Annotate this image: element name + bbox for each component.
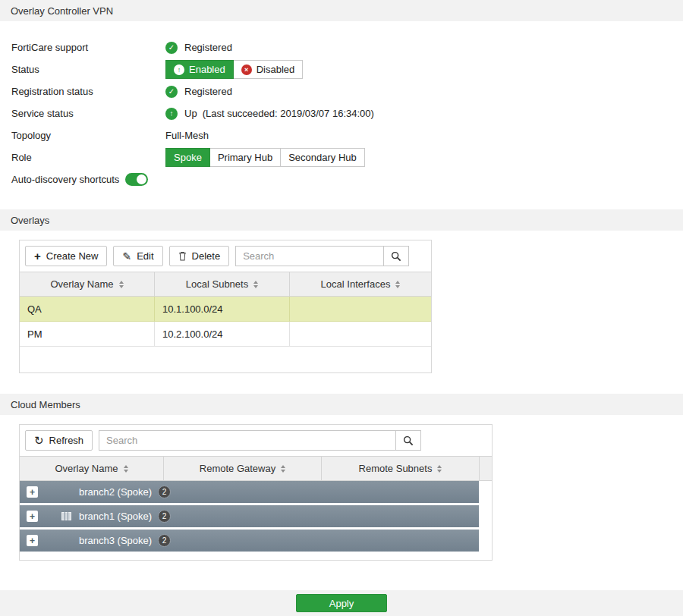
create-new-button[interactable]: + Create New [25,246,107,266]
member-name: branch1 (Spoke) [79,511,152,522]
member-name: branch3 (Spoke) [79,535,152,546]
service-status-detail: (Last succeeded: 2019/03/07 16:34:00) [203,108,374,119]
table-row[interactable]: PM 10.2.100.0/24 [20,322,431,347]
overlays-search-input[interactable] [235,246,384,266]
count-badge: 2 [158,510,171,523]
auto-discovery-toggle[interactable] [125,173,148,186]
up-arrow-circle-icon: ↑ [165,108,178,120]
cloud-members-toolbar: ↻ Refresh [20,425,492,456]
overlays-search-group [235,246,409,266]
overlays-table-header: Overlay Name Local Subnets Local Interfa… [20,272,431,297]
overlays-panel: + Create New ✎ Edit Delete Overlay Name [19,240,432,373]
sort-icon [281,465,285,473]
cloud-col-remote-subnets[interactable]: Remote Subnets [322,456,480,481]
forticare-support-value: Registered [184,42,232,53]
status-segmented-control: ↑ Enabled × Disabled [165,60,303,79]
cloud-members-table-header: Overlay Name Remote Gateway Remote Subne… [20,456,492,481]
auto-discovery-row: Auto-discovery shortcuts [11,168,683,190]
overlays-section-title: Overlays [11,215,49,226]
header-spacer-cell [480,456,492,481]
forticare-support-label: FortiCare support [11,42,165,53]
cloud-col-overlay-name[interactable]: Overlay Name [20,456,164,481]
cloud-members-section-title: Cloud Members [11,399,80,410]
overlays-col-local-subnets[interactable]: Local Subnets [155,272,290,297]
cloud-member-row[interactable]: + branch3 (Spoke) 2 [20,530,479,552]
expand-plus-icon[interactable]: + [27,486,38,498]
trash-icon [178,251,187,261]
status-label: Status [11,64,165,75]
service-status-row: Service status ↑ Up (Last succeeded: 201… [11,102,683,124]
member-name: branch2 (Spoke) [79,486,152,498]
auto-discovery-label: Auto-discovery shortcuts [11,174,119,185]
topology-label: Topology [11,130,165,141]
status-disabled-button[interactable]: × Disabled [233,60,304,79]
role-spoke-button[interactable]: Spoke [165,148,210,167]
page-title: Overlay Controller VPN [11,5,113,17]
local-interfaces-cell [290,322,431,347]
refresh-button[interactable]: ↻ Refresh [25,430,93,451]
table-row[interactable]: QA 10.1.100.0/24 [20,297,431,322]
cloud-member-row[interactable]: + branch1 (Spoke) 2 [20,505,479,527]
edit-button[interactable]: ✎ Edit [113,246,162,266]
cloud-members-section-bar: Cloud Members [0,394,683,415]
role-label: Role [11,152,165,163]
check-circle-icon: ✓ [165,86,178,98]
overlay-name-cell: PM [20,322,155,347]
status-enabled-label: Enabled [189,64,225,75]
search-icon [403,435,414,446]
overlays-search-button[interactable] [384,246,409,266]
topology-row: Topology Full-Mesh [11,124,683,146]
cloud-members-search-input[interactable] [99,430,396,451]
sort-icon [437,465,442,473]
delete-button[interactable]: Delete [169,246,230,266]
check-circle-icon: ✓ [165,42,178,54]
service-status-value: Up [184,108,197,119]
registration-status-row: Registration status ✓ Registered [11,80,683,102]
status-disabled-label: Disabled [257,64,295,75]
role-primary-hub-button[interactable]: Primary Hub [209,148,281,167]
cloud-col-remote-gateway[interactable]: Remote Gateway [164,456,322,481]
role-row: Role Spoke Primary Hub Secondary Hub [11,146,683,168]
local-subnets-cell: 10.2.100.0/24 [155,322,290,347]
columns-icon [61,512,71,520]
pencil-icon: ✎ [122,251,131,262]
status-enabled-button[interactable]: ↑ Enabled [165,60,234,79]
local-interfaces-cell [290,297,431,322]
toggle-knob [137,174,146,184]
status-row: Status ↑ Enabled × Disabled [11,58,683,80]
registration-status-value: Registered [184,86,232,97]
role-secondary-hub-button[interactable]: Secondary Hub [280,148,365,167]
refresh-icon: ↻ [34,435,44,446]
sort-icon [395,281,400,288]
apply-button[interactable]: Apply [296,594,387,612]
cloud-members-rows: + branch2 (Spoke) 2 + branch1 (Spoke) 2 … [20,481,479,552]
registration-status-label: Registration status [11,86,165,97]
cloud-members-search-button[interactable] [396,430,421,451]
footer-bar: Apply [0,590,683,616]
enabled-icon: ↑ [174,64,184,75]
count-badge: 2 [158,534,171,547]
disabled-icon: × [241,64,252,75]
search-icon [391,251,401,262]
overlays-col-overlay-name[interactable]: Overlay Name [20,272,155,297]
overlays-col-local-interfaces[interactable]: Local Interfaces [290,272,431,297]
cloud-members-empty-area [20,554,492,560]
forticare-support-row: FortiCare support ✓ Registered [11,36,683,58]
cloud-members-search-group [99,430,421,451]
expand-plus-icon[interactable]: + [27,511,38,522]
plus-icon: + [34,250,41,262]
sort-icon [119,281,124,288]
expand-plus-icon[interactable]: + [27,535,38,546]
overlay-name-cell: QA [20,297,155,322]
overlays-table-empty-area [20,347,431,372]
overlays-toolbar: + Create New ✎ Edit Delete [20,240,431,272]
cloud-member-row[interactable]: + branch2 (Spoke) 2 [20,481,479,503]
local-subnets-cell: 10.1.100.0/24 [155,297,290,322]
sort-icon [253,281,258,288]
settings-form: FortiCare support ✓ Registered Status ↑ … [0,21,683,190]
topology-value: Full-Mesh [165,130,209,141]
overlays-section-bar: Overlays [0,209,683,231]
role-segmented-control: Spoke Primary Hub Secondary Hub [165,148,365,167]
page-title-bar: Overlay Controller VPN [0,0,683,21]
sort-icon [124,465,128,473]
